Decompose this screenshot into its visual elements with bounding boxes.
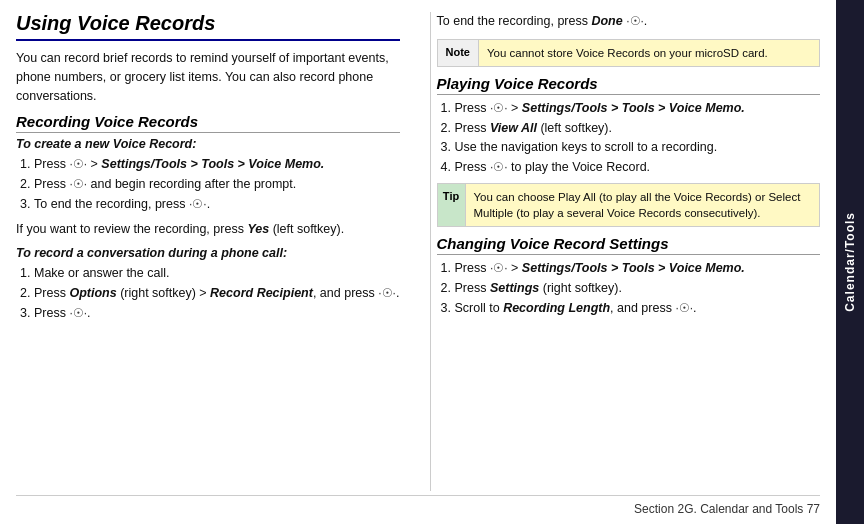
subsection1-steps: Press ·☉· > Settings/Tools > Tools > Voi… [34,155,400,213]
list-item: Press ·☉· > Settings/Tools > Tools > Voi… [455,259,821,278]
list-item: Press View All (left softkey). [455,119,821,138]
left-column: Using Voice Records You can record brief… [16,12,410,491]
intro-text: You can record brief records to remind y… [16,49,400,105]
list-item: Press ·☉· > Settings/Tools > Tools > Voi… [34,155,400,174]
tip-label: Tip [438,184,466,226]
list-item: Press Options (right softkey) > Record R… [34,284,400,303]
section3-title: Changing Voice Record Settings [437,235,821,255]
sidebar-label: Calendar/Tools [843,212,857,312]
section2-title: Playing Voice Records [437,75,821,95]
main-content: Using Voice Records You can record brief… [0,0,836,524]
right-column: To end the recording, press Done ·☉·. No… [430,12,821,491]
section3-steps: Press ·☉· > Settings/Tools > Tools > Voi… [455,259,821,317]
sidebar: Calendar/Tools [836,0,864,524]
section2-steps: Press ·☉· > Settings/Tools > Tools > Voi… [455,99,821,177]
subsection2-steps: Make or answer the call. Press Options (… [34,264,400,322]
section1-title: Recording Voice Records [16,113,400,133]
list-item: To end the recording, press ·☉·. [34,195,400,214]
list-item: Press Settings (right softkey). [455,279,821,298]
list-item: Press ·☉· and begin recording after the … [34,175,400,194]
list-item: Make or answer the call. [34,264,400,283]
subsection1-label: To create a new Voice Record: [16,137,400,151]
list-item: Use the navigation keys to scroll to a r… [455,138,821,157]
right-intro: To end the recording, press Done ·☉·. [437,12,821,31]
list-item: Scroll to Recording Length, and press ·☉… [455,299,821,318]
subsection2-label: To record a conversation during a phone … [16,246,400,260]
page-title: Using Voice Records [16,12,400,41]
tip-text: You can choose Play All (to play all the… [466,184,820,226]
list-item: Press ·☉· > Settings/Tools > Tools > Voi… [455,99,821,118]
list-item: Press ·☉· to play the Voice Record. [455,158,821,177]
note-text: You cannot store Voice Records on your m… [479,40,776,66]
list-item: Press ·☉·. [34,304,400,323]
footer: Section 2G. Calendar and Tools 77 [16,495,820,516]
middle-text: If you want to review the recording, pre… [16,220,400,239]
note-box: Note You cannot store Voice Records on y… [437,39,821,67]
note-label: Note [438,40,479,66]
tip-box: Tip You can choose Play All (to play all… [437,183,821,227]
